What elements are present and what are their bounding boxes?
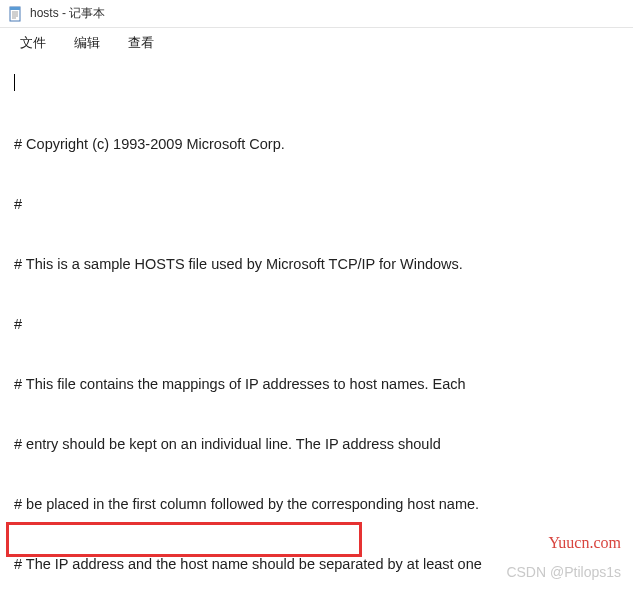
editor-line: # entry should be kept on an individual … [14,434,619,454]
text-editor[interactable]: # Copyright (c) 1993-2009 Microsoft Corp… [0,58,633,594]
titlebar: hosts - 记事本 [0,0,633,28]
menu-edit[interactable]: 编辑 [62,30,112,56]
editor-line: # Copyright (c) 1993-2009 Microsoft Corp… [14,134,619,154]
notepad-icon [8,6,24,22]
svg-rect-1 [10,7,20,10]
watermark-credit: CSDN @Ptilops1s [506,564,621,580]
menu-file[interactable]: 文件 [8,30,58,56]
menu-view[interactable]: 查看 [116,30,166,56]
editor-line: # [14,194,619,214]
editor-line: # be placed in the first column followed… [14,494,619,514]
editor-line: # This is a sample HOSTS file used by Mi… [14,254,619,274]
menubar: 文件 编辑 查看 [0,28,633,58]
editor-line: # [14,314,619,334]
editor-line: # This file contains the mappings of IP … [14,374,619,394]
watermark-brand: Yuucn.com [549,534,621,552]
window-title: hosts - 记事本 [30,5,105,22]
text-cursor [14,74,15,91]
